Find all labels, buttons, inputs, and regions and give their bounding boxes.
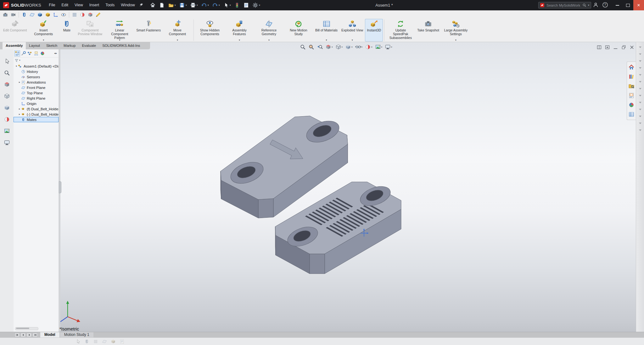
collapse-arrow-icon[interactable] bbox=[639, 81, 641, 83]
dropdown-arrow-icon[interactable]: ▾ bbox=[332, 46, 333, 48]
ribbon-mate-button[interactable]: Mate bbox=[58, 19, 75, 41]
toolbar-icon-origin[interactable] bbox=[52, 11, 59, 18]
ribbon-large-assembly-settings-button[interactable]: Large Assembly Settings▾ bbox=[441, 19, 471, 41]
tab-model[interactable]: Model bbox=[40, 332, 59, 337]
previous-view-button[interactable] bbox=[316, 44, 323, 50]
menu-window[interactable]: Window bbox=[118, 0, 138, 10]
open-button[interactable]: ▾ bbox=[167, 1, 177, 9]
view-settings-button[interactable]: ▾ bbox=[384, 44, 393, 50]
toolbar-icon-camera[interactable] bbox=[2, 11, 9, 18]
ribbon-new-motion-study-button[interactable]: New Motion Study bbox=[284, 19, 313, 41]
tree-item-front-plane[interactable]: Front Plane bbox=[14, 85, 59, 90]
appearance-tool-button[interactable] bbox=[3, 116, 11, 123]
display-style-button[interactable]: ▾ bbox=[344, 44, 353, 50]
model-nav-first-button[interactable] bbox=[14, 333, 20, 337]
view-palette-tab[interactable] bbox=[628, 92, 635, 99]
ribbon-update-speedpak-subassemblies-button[interactable]: Update SpeedPak Subassemblies bbox=[386, 19, 415, 41]
model-nav-last-button[interactable] bbox=[32, 333, 38, 337]
collapse-arrow-icon[interactable] bbox=[639, 109, 641, 110]
ribbon-bill-of-materials-button[interactable]: Bill of Materials▾ bbox=[313, 19, 339, 41]
options-button[interactable]: ▾ bbox=[251, 1, 261, 9]
tree-item-annotations[interactable]: ▸Annotations bbox=[14, 79, 59, 85]
tree-item-assem1-default-display-st[interactable]: ▾Assem1 (Default) <Display St bbox=[14, 63, 59, 69]
dropdown-arrow-icon[interactable]: ▾ bbox=[259, 4, 260, 7]
dropdown-arrow-icon[interactable]: ▾ bbox=[197, 4, 198, 7]
help-icon[interactable]: ? bbox=[602, 2, 608, 8]
tree-item-mates[interactable]: Mates bbox=[14, 117, 59, 122]
toolbar-icon-pencil[interactable] bbox=[95, 11, 102, 18]
zoom-to-area-button[interactable] bbox=[308, 44, 315, 50]
search-input[interactable] bbox=[546, 3, 581, 8]
toolbar-icon-appearance[interactable] bbox=[79, 11, 86, 18]
zoom-to-fit-button[interactable] bbox=[299, 44, 306, 50]
display-style-tool-button[interactable] bbox=[3, 104, 11, 112]
model-nav-next-button[interactable] bbox=[26, 333, 32, 337]
ribbon-edit-component-button[interactable]: Edit Component bbox=[1, 19, 29, 41]
ribbon-instant3d-button[interactable]: Instant3D bbox=[365, 19, 383, 41]
file-explorer-tab[interactable] bbox=[628, 83, 635, 90]
dropdown-arrow-icon[interactable]: ▾ bbox=[43, 39, 44, 41]
dropdown-arrow-icon[interactable]: ▾ bbox=[186, 4, 187, 7]
ribbon-take-snapshot-button[interactable]: Take Snapshot bbox=[415, 19, 441, 41]
restore-document-button[interactable] bbox=[620, 44, 627, 50]
dropdown-arrow-icon[interactable]: ▾ bbox=[268, 39, 270, 41]
magnifier-tool-button[interactable] bbox=[3, 69, 11, 77]
home-button[interactable] bbox=[148, 1, 157, 9]
scrollbar-thumb[interactable] bbox=[16, 328, 29, 329]
toolbar-icon-film[interactable] bbox=[10, 11, 17, 18]
dropdown-arrow-icon[interactable]: ▾ bbox=[219, 4, 220, 7]
collapse-arrow-icon[interactable] bbox=[639, 88, 641, 90]
pin-toolbar-icon[interactable] bbox=[139, 3, 143, 8]
collapse-arrow-icon[interactable] bbox=[639, 102, 641, 103]
select-tool-button[interactable] bbox=[3, 58, 11, 65]
dropdown-arrow-icon[interactable]: ▾ bbox=[119, 39, 120, 41]
dropdown-arrow-icon[interactable]: ▾ bbox=[239, 39, 240, 41]
dropdown-arrow-icon[interactable]: ▾ bbox=[230, 4, 231, 7]
ribbon-component-preview-window-button[interactable]: Component Preview Window bbox=[75, 19, 105, 41]
tab-evaluate[interactable]: Evaluate bbox=[79, 42, 99, 49]
custom-properties-tab[interactable] bbox=[628, 111, 635, 118]
fm-config-tab[interactable] bbox=[27, 50, 33, 57]
model-nav-prev-button[interactable] bbox=[20, 333, 26, 337]
hide-show-items-button[interactable]: ▾ bbox=[355, 44, 363, 50]
dropdown-arrow-icon[interactable]: ▾ bbox=[371, 46, 372, 48]
fm-display-tab[interactable] bbox=[39, 50, 45, 57]
maximize-button[interactable] bbox=[623, 0, 633, 10]
ribbon-exploded-view-button[interactable]: Exploded View▾ bbox=[339, 19, 365, 41]
fm-dimxpert-tab[interactable] bbox=[33, 50, 39, 57]
minimize-button[interactable] bbox=[612, 0, 623, 10]
toolbar-icon-cube-b[interactable] bbox=[36, 11, 43, 18]
menu-tools[interactable]: Tools bbox=[102, 0, 118, 10]
dropdown-arrow-icon[interactable]: ▾ bbox=[391, 46, 392, 48]
fm-tree-tab[interactable] bbox=[14, 50, 20, 57]
collapse-arrow-icon[interactable] bbox=[639, 53, 641, 55]
save-button[interactable]: ▾ bbox=[178, 1, 188, 9]
solidworks-resources-tab[interactable] bbox=[628, 64, 635, 71]
filter-dropdown-icon[interactable]: ▾ bbox=[19, 59, 20, 62]
close-button[interactable]: × bbox=[633, 0, 644, 10]
collapse-arrow-icon[interactable] bbox=[639, 74, 641, 76]
toolbar-icon-mate[interactable] bbox=[21, 11, 28, 18]
collapse-arrow-icon[interactable] bbox=[639, 95, 641, 96]
dropdown-arrow-icon[interactable]: ▾ bbox=[342, 46, 343, 48]
section-view-tool-button[interactable] bbox=[3, 81, 11, 88]
dropdown-arrow-icon[interactable]: ▾ bbox=[352, 39, 353, 41]
apply-scene-button[interactable]: ▾ bbox=[374, 44, 383, 50]
tree-item-dual-belt-holder-cov[interactable]: ▸(-) Dual_Belt_Holder_Cov bbox=[14, 112, 59, 117]
collapse-arrow-icon[interactable] bbox=[639, 47, 641, 48]
dropdown-arrow-icon[interactable]: ▾ bbox=[326, 39, 327, 41]
undo-button[interactable]: ▾ bbox=[200, 1, 210, 9]
collapse-arrow-icon[interactable] bbox=[639, 116, 641, 117]
new-document-button[interactable] bbox=[158, 1, 166, 9]
ribbon-linear-component-pattern-button[interactable]: Linear Component Pattern▾ bbox=[105, 19, 134, 41]
collapse-arrow-icon[interactable] bbox=[639, 67, 641, 69]
close-document-button[interactable] bbox=[629, 44, 635, 50]
redo-button[interactable]: ▾ bbox=[211, 1, 221, 9]
collapse-arrow-icon[interactable] bbox=[639, 129, 641, 131]
tree-item-history[interactable]: History bbox=[14, 69, 59, 74]
toolbar-icon-grid[interactable] bbox=[71, 11, 78, 18]
ribbon-move-component-button[interactable]: Move Component▾ bbox=[163, 19, 192, 41]
dropdown-arrow-icon[interactable]: ▾ bbox=[175, 4, 176, 7]
view-settings-tool-button[interactable] bbox=[3, 139, 11, 146]
minimize-document-button[interactable] bbox=[612, 44, 619, 50]
